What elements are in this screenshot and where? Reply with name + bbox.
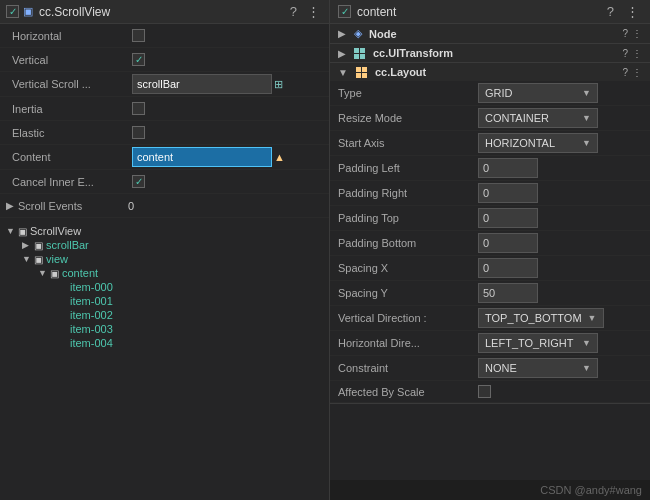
layout-info-icon[interactable]: ? [622, 67, 628, 78]
resize-mode-label: Resize Mode [338, 112, 478, 124]
tree-view[interactable]: ▼ ▣ view [6, 252, 323, 266]
scroll-events-label: Scroll Events [18, 200, 128, 212]
uitransform-more-icon[interactable]: ⋮ [632, 48, 642, 59]
spacing-y-input[interactable] [478, 283, 538, 303]
horizontal-checkbox[interactable] [132, 29, 145, 42]
resize-mode-row: Resize Mode CONTAINER ▼ [330, 106, 650, 131]
content-label: Content [12, 151, 132, 163]
item000-label: item-000 [70, 281, 113, 293]
right-info-icon[interactable]: ? [604, 4, 617, 19]
scrollview-title: cc.ScrollView [39, 5, 283, 19]
tree-content[interactable]: ▼ ▣ content [6, 266, 323, 280]
item004-label: item-004 [70, 337, 113, 349]
constraint-row: Constraint NONE ▼ [330, 356, 650, 381]
layout-icon-tr [362, 67, 367, 72]
type-row: Type GRID ▼ [330, 81, 650, 106]
constraint-label: Constraint [338, 362, 478, 374]
uitransform-section-header[interactable]: ▶ cc.UITransform ? ⋮ [330, 44, 650, 62]
elastic-label: Elastic [12, 127, 132, 139]
elastic-row: Elastic [0, 121, 329, 145]
start-axis-dropdown[interactable]: HORIZONTAL ▼ [478, 133, 598, 153]
elastic-checkbox[interactable] [132, 126, 145, 139]
more-icon[interactable]: ⋮ [304, 4, 323, 19]
footer: CSDN @andy#wang [330, 480, 650, 500]
tree-item-004[interactable]: ▶ item-004 [6, 336, 323, 350]
horizontal-direction-dropdown[interactable]: LEFT_TO_RIGHT ▼ [478, 333, 598, 353]
scrollview-header: ▣ cc.ScrollView ? ⋮ [0, 0, 329, 24]
tree-item-000[interactable]: ▶ item-000 [6, 280, 323, 294]
uitransform-info-icon[interactable]: ? [622, 48, 628, 59]
padding-bottom-label: Padding Bottom [338, 237, 478, 249]
content-node-name: content [357, 5, 598, 19]
vertical-direction-dropdown[interactable]: TOP_TO_BOTTOM ▼ [478, 308, 604, 328]
right-more-icon[interactable]: ⋮ [623, 4, 642, 19]
constraint-dropdown[interactable]: NONE ▼ [478, 358, 598, 378]
uitransform-title: cc.UITransform [373, 47, 618, 59]
tree-item-002[interactable]: ▶ item-002 [6, 308, 323, 322]
scrollview-tree-icon: ▣ [18, 226, 27, 237]
info-icon[interactable]: ? [287, 4, 300, 19]
content-header: content ? ⋮ [330, 0, 650, 24]
tree-scrollview[interactable]: ▼ ▣ ScrollView [6, 224, 323, 238]
layout-icon-tl [356, 67, 361, 72]
start-axis-arrow: ▼ [582, 138, 591, 148]
uitransform-icon-tr [360, 48, 365, 53]
vertical-scroll-label: Vertical Scroll ... [12, 78, 132, 90]
resize-mode-arrow: ▼ [582, 113, 591, 123]
view-icon: ▣ [34, 254, 43, 265]
inertia-checkbox[interactable] [132, 102, 145, 115]
padding-top-input[interactable] [478, 208, 538, 228]
affected-by-scale-label: Affected By Scale [338, 386, 478, 398]
node-more-icon[interactable]: ⋮ [632, 28, 642, 39]
vertical-scroll-row: Vertical Scroll ... ⊞ [0, 72, 329, 97]
uitransform-arrow: ▶ [338, 48, 346, 59]
padding-bottom-input[interactable] [478, 233, 538, 253]
node-info-icon[interactable]: ? [622, 28, 628, 39]
start-axis-row: Start Axis HORIZONTAL ▼ [330, 131, 650, 156]
vertical-direction-value: TOP_TO_BOTTOM [485, 312, 582, 324]
vertical-direction-row: Vertical Direction : TOP_TO_BOTTOM ▼ [330, 306, 650, 331]
left-panel: ▣ cc.ScrollView ? ⋮ Horizontal Vertical … [0, 0, 330, 500]
tree-scrollbar[interactable]: ▶ ▣ scrollBar [6, 238, 323, 252]
scrollview-props: Horizontal Vertical Vertical Scroll ... … [0, 24, 329, 218]
layout-section-header[interactable]: ▼ cc.Layout ? ⋮ [330, 63, 650, 81]
cancel-inner-checkbox[interactable] [132, 175, 145, 188]
layout-more-icon[interactable]: ⋮ [632, 67, 642, 78]
content-enable-checkbox[interactable] [338, 5, 351, 18]
content-row: Content ▲ [0, 145, 329, 170]
type-dropdown-arrow: ▼ [582, 88, 591, 98]
padding-left-label: Padding Left [338, 162, 478, 174]
content-input[interactable] [132, 147, 272, 167]
scrollview-enable-checkbox[interactable] [6, 5, 19, 18]
link-icon[interactable]: ⊞ [274, 78, 283, 91]
horizontal-label: Horizontal [12, 30, 132, 42]
vertical-checkbox[interactable] [132, 53, 145, 66]
scroll-events-arrow[interactable]: ▶ [6, 200, 14, 211]
scrollview-icon: ▣ [23, 5, 33, 18]
node-arrow: ▶ [338, 28, 346, 39]
node-section-header[interactable]: ▶ ◈ Node ? ⋮ [330, 24, 650, 43]
resize-mode-dropdown[interactable]: CONTAINER ▼ [478, 108, 598, 128]
spacing-x-input[interactable] [478, 258, 538, 278]
start-axis-label: Start Axis [338, 137, 478, 149]
type-dropdown[interactable]: GRID ▼ [478, 83, 598, 103]
scrollbar-icon: ▣ [34, 240, 43, 251]
inertia-label: Inertia [12, 103, 132, 115]
uitransform-icon-bl [354, 54, 359, 59]
tree-item-001[interactable]: ▶ item-001 [6, 294, 323, 308]
padding-top-label: Padding Top [338, 212, 478, 224]
padding-right-input[interactable] [478, 183, 538, 203]
vertical-direction-arrow: ▼ [588, 313, 597, 323]
padding-left-input[interactable] [478, 158, 538, 178]
vertical-direction-label: Vertical Direction : [338, 312, 478, 324]
content-tree-label: content [62, 267, 98, 279]
horizontal-row: Horizontal [0, 24, 329, 48]
constraint-arrow: ▼ [582, 363, 591, 373]
tree-item-003[interactable]: ▶ item-003 [6, 322, 323, 336]
padding-right-row: Padding Right [330, 181, 650, 206]
tree-section: ▼ ▣ ScrollView ▶ ▣ scrollBar ▼ ▣ view ▼ … [0, 218, 329, 500]
vertical-scroll-input[interactable] [132, 74, 272, 94]
content-link-icon[interactable]: ▲ [274, 151, 285, 163]
right-panel: content ? ⋮ ▶ ◈ Node ? ⋮ ▶ [330, 0, 650, 500]
affected-by-scale-checkbox[interactable] [478, 385, 491, 398]
